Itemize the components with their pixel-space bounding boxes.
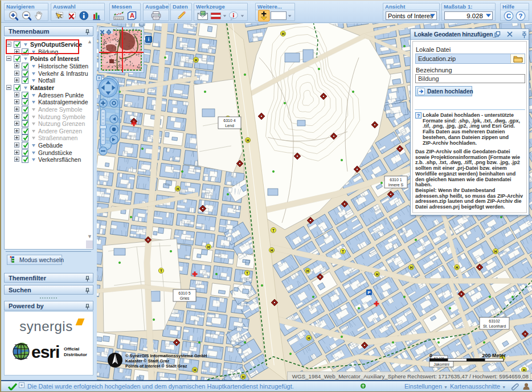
svg-text:H: H bbox=[282, 32, 285, 36]
svg-text:H: H bbox=[242, 375, 245, 379]
svg-text:H: H bbox=[306, 269, 309, 273]
svg-text:Distributor: Distributor bbox=[64, 352, 87, 357]
svg-text:H: H bbox=[177, 187, 179, 191]
svg-text:Jakomini: Jakomini bbox=[433, 362, 449, 366]
svg-text:H: H bbox=[195, 58, 198, 62]
svg-text:T: T bbox=[246, 271, 248, 275]
svg-text:H: H bbox=[308, 336, 310, 340]
svg-text:63102: 63102 bbox=[489, 319, 500, 323]
svg-text:T: T bbox=[160, 269, 162, 273]
svg-text:esri: esri bbox=[31, 342, 59, 361]
svg-text:6310 5: 6310 5 bbox=[178, 291, 191, 295]
svg-text:6310 1: 6310 1 bbox=[390, 178, 402, 182]
svg-text:Lend: Lend bbox=[225, 124, 234, 128]
svg-text:H: H bbox=[410, 266, 413, 270]
svg-text:?: ? bbox=[417, 113, 420, 119]
svg-text:A: A bbox=[130, 12, 134, 19]
svg-text:H: H bbox=[207, 245, 210, 249]
svg-text:Gries: Gries bbox=[180, 296, 190, 300]
svg-text:T: T bbox=[342, 250, 344, 254]
svg-text:H: H bbox=[456, 266, 459, 270]
svg-text:Innere S: Innere S bbox=[388, 183, 404, 187]
svg-text:St. Leonhard: St. Leonhard bbox=[483, 324, 506, 328]
svg-text:Official: Official bbox=[64, 346, 79, 352]
svg-text:C: C bbox=[506, 13, 511, 19]
svg-text:?: ? bbox=[519, 13, 523, 19]
svg-text:H: H bbox=[494, 250, 497, 254]
svg-text:P: P bbox=[367, 290, 371, 295]
svg-text:6310 4: 6310 4 bbox=[223, 119, 236, 122]
svg-text:H: H bbox=[247, 138, 249, 142]
svg-text:H: H bbox=[376, 272, 379, 276]
svg-text:T: T bbox=[272, 228, 275, 232]
svg-text:H: H bbox=[271, 248, 273, 252]
